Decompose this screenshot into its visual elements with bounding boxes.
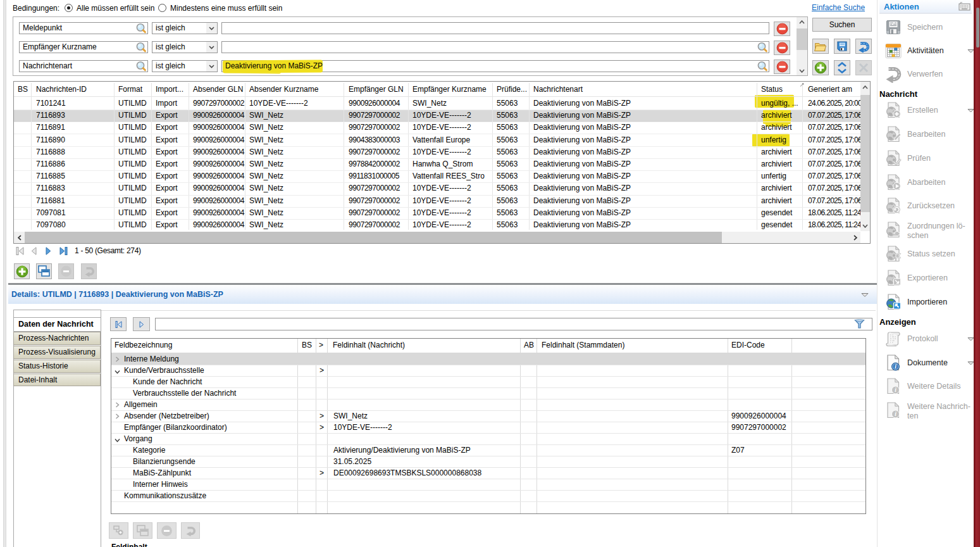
svg-text:i: i [895, 411, 896, 417]
svg-text:i: i [895, 363, 896, 370]
svg-text:i: i [895, 387, 896, 393]
